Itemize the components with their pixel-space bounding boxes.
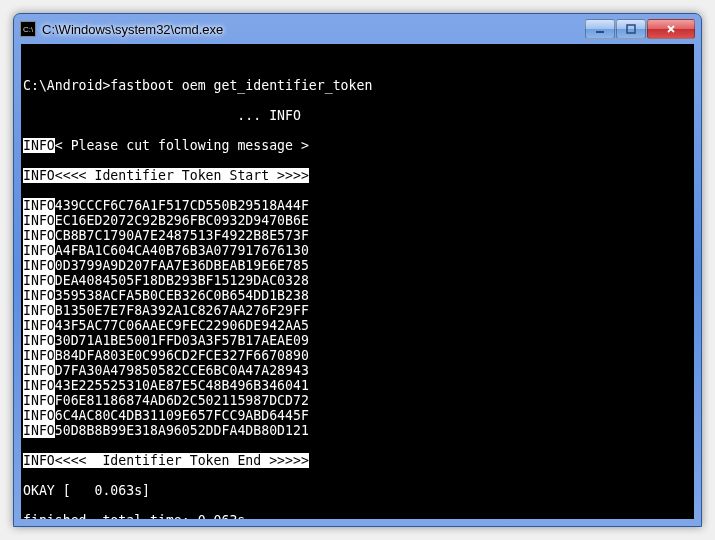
cmd-icon: C:\ (20, 21, 36, 37)
terminal-line: INFOB1350E7E7F8A392A1C8267AA276F29FF (23, 303, 692, 318)
info-prefix: INFO (23, 363, 55, 378)
info-prefix: INFO (23, 138, 55, 153)
cmd-window: C:\ C:\Windows\system32\cmd.exe C:\Andro… (13, 13, 702, 527)
titlebar[interactable]: C:\ C:\Windows\system32\cmd.exe (14, 14, 701, 44)
terminal-viewport[interactable]: C:\Android>fastboot oem get_identifier_t… (21, 44, 694, 519)
terminal-line: INFOA4FBA1C604CA40B76B3A077917676130 (23, 243, 692, 258)
terminal-line: INFO<<<< Identifier Token Start >>>> (23, 168, 692, 183)
terminal-line: INFOEC16ED2072C92B296FBC0932D9470B6E (23, 213, 692, 228)
minimize-button[interactable] (585, 19, 615, 39)
close-button[interactable] (647, 19, 695, 39)
info-prefix: INFO (23, 168, 55, 183)
terminal-line: INFOF06E81186874AD6D2C502115987DCD72 (23, 393, 692, 408)
terminal-line: INFOCB8B7C1790A7E2487513F4922B8E573F (23, 228, 692, 243)
info-prefix: INFO (23, 348, 55, 363)
token-hex: B84DFA803E0C996CD2FCE327F6670890 (55, 348, 309, 363)
token-hex: 43E225525310AE87E5C48B496B346041 (55, 378, 309, 393)
info-text: < Please cut following message > (55, 138, 309, 153)
terminal-line: INFO30D71A1BE5001FFD03A3F57B17AEAE09 (23, 333, 692, 348)
info-prefix: INFO (23, 303, 55, 318)
info-prefix: INFO (23, 408, 55, 423)
token-hex: 30D71A1BE5001FFD03A3F57B17AEAE09 (55, 333, 309, 348)
minimize-icon (594, 23, 606, 35)
info-prefix: INFO (23, 273, 55, 288)
token-hex: CB8B7C1790A7E2487513F4922B8E573F (55, 228, 309, 243)
terminal-line: INFO43E225525310AE87E5C48B496B346041 (23, 378, 692, 393)
token-end: <<<< Identifier Token End >>>>> (55, 453, 309, 468)
terminal-line: INFO359538ACFA5B0CEB326C0B654DD1B238 (23, 288, 692, 303)
info-prefix: INFO (23, 453, 55, 468)
info-prefix: INFO (23, 213, 55, 228)
terminal-line: INFO< Please cut following message > (23, 138, 692, 153)
maximize-button[interactable] (616, 19, 646, 39)
terminal-line: INFOB84DFA803E0C996CD2FCE327F6670890 (23, 348, 692, 363)
token-hex: B1350E7E7F8A392A1C8267AA276F29FF (55, 303, 309, 318)
info-prefix: INFO (23, 228, 55, 243)
maximize-icon (625, 23, 637, 35)
info-prefix: INFO (23, 318, 55, 333)
token-hex: 6C4AC80C4DB31109E657FCC9ABD6445F (55, 408, 309, 423)
terminal-line: C:\Android>fastboot oem get_identifier_t… (23, 78, 692, 93)
terminal-line: INFO439CCCF6C76A1F517CD550B29518A44F (23, 198, 692, 213)
window-controls (584, 19, 695, 39)
token-hex: DEA4084505F18DB293BF15129DAC0328 (55, 273, 309, 288)
token-hex: 50D8B8B99E318A96052DDFA4DB80D121 (55, 423, 309, 438)
token-hex: EC16ED2072C92B296FBC0932D9470B6E (55, 213, 309, 228)
terminal-line: ... INFO (23, 108, 692, 123)
token-hex: 43F5AC77C06AAEC9FEC22906DE942AA5 (55, 318, 309, 333)
info-prefix: INFO (23, 198, 55, 213)
svg-rect-1 (627, 25, 635, 33)
close-icon (665, 23, 677, 35)
info-prefix: INFO (23, 378, 55, 393)
info-prefix: INFO (23, 393, 55, 408)
token-hex: F06E81186874AD6D2C502115987DCD72 (55, 393, 309, 408)
token-start: <<<< Identifier Token Start >>>> (55, 168, 309, 183)
info-prefix: INFO (23, 243, 55, 258)
svg-rect-0 (596, 31, 604, 33)
terminal-line: INFO43F5AC77C06AAEC9FEC22906DE942AA5 (23, 318, 692, 333)
cmd-icon-label: C:\ (23, 25, 33, 34)
token-hex: D7FA30A479850582CCE6BC0A47A28943 (55, 363, 309, 378)
terminal-line: INFODEA4084505F18DB293BF15129DAC0328 (23, 273, 692, 288)
terminal-line: INFO50D8B8B99E318A96052DDFA4DB80D121 (23, 423, 692, 438)
token-hex: A4FBA1C604CA40B76B3A077917676130 (55, 243, 309, 258)
terminal-line: INFO0D3799A9D207FAA7E36DBEAB19E6E785 (23, 258, 692, 273)
window-title: C:\Windows\system32\cmd.exe (42, 22, 584, 37)
terminal-line: INFOD7FA30A479850582CCE6BC0A47A28943 (23, 363, 692, 378)
info-prefix: INFO (23, 258, 55, 273)
terminal-line: OKAY [ 0.063s] (23, 483, 692, 498)
token-rows: INFO439CCCF6C76A1F517CD550B29518A44FINFO… (23, 198, 692, 438)
token-hex: 359538ACFA5B0CEB326C0B654DD1B238 (55, 288, 309, 303)
terminal-output: C:\Android>fastboot oem get_identifier_t… (21, 44, 694, 519)
token-hex: 0D3799A9D207FAA7E36DBEAB19E6E785 (55, 258, 309, 273)
terminal-line: INFO6C4AC80C4DB31109E657FCC9ABD6445F (23, 408, 692, 423)
terminal-line: INFO<<<< Identifier Token End >>>>> (23, 453, 692, 468)
info-prefix: INFO (23, 423, 55, 438)
token-hex: 439CCCF6C76A1F517CD550B29518A44F (55, 198, 309, 213)
terminal-line: finished. total time: 0.063s (23, 513, 692, 519)
info-prefix: INFO (23, 288, 55, 303)
info-prefix: INFO (23, 333, 55, 348)
